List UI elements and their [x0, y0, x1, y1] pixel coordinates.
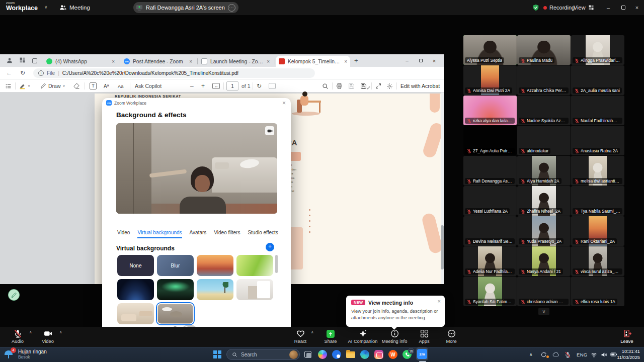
screen-options-button[interactable]: ···	[228, 4, 235, 12]
page-view-button[interactable]	[269, 79, 276, 93]
pdf-read-aloud-button[interactable]: Aa	[118, 79, 124, 93]
participant-tile[interactable]: melisa dwi asrianti 1A	[571, 156, 624, 186]
file-explorer-icon[interactable]	[345, 348, 357, 360]
browser-minimize-button[interactable]: –	[400, 54, 414, 67]
vb-thumb-shelf[interactable]	[236, 279, 273, 300]
task-view-button[interactable]	[302, 348, 314, 360]
new-tab-button[interactable]: +	[354, 57, 358, 64]
cloud-tray-icon[interactable]	[552, 347, 559, 362]
participant-tile[interactable]: Nadine Syakila Azzah...	[517, 96, 571, 125]
pdf-eraser-button[interactable]	[73, 79, 80, 93]
vb-thumb-none[interactable]: None	[117, 255, 154, 276]
participant-tile[interactable]: Alyssa Putri Septia	[463, 35, 517, 65]
fullscreen-button[interactable]	[375, 79, 381, 93]
save-button[interactable]	[348, 79, 355, 93]
participant-tile[interactable]: Tya Nabila Saumi_2A	[571, 186, 624, 216]
refresh-icon[interactable]: ↻	[20, 69, 25, 76]
zoom-out-button[interactable]: –	[190, 79, 194, 93]
participant-tile[interactable]: Yuda Prasetyo_2A	[517, 216, 571, 246]
browser-tab[interactable]: Kelompok 5_TimelineKonstitusi.p...×	[276, 56, 350, 67]
apps-button[interactable]: Apps	[410, 327, 438, 346]
video-options-chevron[interactable]: ∧	[59, 330, 62, 334]
participant-tile[interactable]: Rafi Dewangga Asri 2A	[463, 156, 517, 186]
zoom-in-button[interactable]: +	[201, 79, 205, 93]
participant-tile[interactable]: 2A_aulia meutia sani	[571, 65, 624, 95]
blue-app-icon[interactable]	[331, 348, 343, 360]
save-as-button[interactable]	[360, 79, 370, 93]
volume-icon[interactable]	[601, 347, 607, 362]
participant-tile[interactable]: Yessi Luthfiana 2A	[463, 186, 517, 216]
vb-thumb-bridge[interactable]	[197, 255, 233, 276]
vb-thumb-bedroom[interactable]	[157, 303, 194, 324]
pdf-search-button[interactable]	[322, 79, 329, 93]
participant-tile[interactable]: rizka alya dan laila nu...	[463, 96, 517, 125]
leave-button[interactable]: Leave	[612, 327, 642, 346]
taskbar-clock[interactable]: 10:31:41 11/03/2025	[617, 349, 640, 360]
tab-meeting[interactable]: Meeting	[59, 0, 90, 15]
back-icon[interactable]: ←	[6, 69, 12, 76]
sync-tray-icon[interactable]	[540, 347, 547, 362]
browser-tab[interactable]: zmPost Attendee - Zoom×	[121, 56, 195, 67]
security-shield-icon[interactable]	[532, 4, 539, 11]
react-options-chevron[interactable]: ∧	[311, 330, 314, 334]
fit-width-button[interactable]: ↔	[212, 79, 220, 93]
dialog-tab-video-filters[interactable]: Video filters	[214, 230, 240, 238]
ai-companion-button[interactable]: AI Companion	[345, 327, 380, 346]
mic-muted-tray-icon[interactable]	[565, 347, 571, 362]
profile-icon[interactable]	[6, 57, 13, 64]
view-button[interactable]: View	[574, 0, 594, 15]
wifi-icon[interactable]	[591, 347, 597, 362]
flip-camera-icon[interactable]	[265, 126, 274, 135]
pdf-toc-button[interactable]	[5, 79, 12, 93]
participant-tile[interactable]: Rani Oktariani_2A	[571, 216, 624, 246]
minimize-button[interactable]: –	[601, 0, 615, 15]
dialog-tab-virtual-backgrounds[interactable]: Virtual backgrounds	[137, 230, 182, 238]
more-participants-chevron[interactable]: ∨	[538, 308, 549, 315]
meeting-info-button[interactable]: Meeting info	[380, 327, 409, 346]
video-button[interactable]: Video	[33, 327, 62, 346]
vb-thumb-living[interactable]	[117, 303, 154, 324]
participant-tile[interactable]: Alya Hamidah 2A	[517, 156, 571, 186]
browser-tab[interactable]: Launch Meeting - Zoom×	[198, 56, 273, 67]
browser-restore-button[interactable]	[414, 54, 428, 67]
dialog-tab-video[interactable]: Video	[117, 230, 130, 238]
browser-scrollbar-thumb[interactable]	[441, 225, 444, 269]
zoom-app-taskbar-icon[interactable]: zm	[416, 348, 428, 360]
pdf-text-button[interactable]: T	[90, 79, 97, 93]
page-info-icon[interactable]: i	[38, 70, 44, 76]
more-button[interactable]: More	[437, 327, 465, 346]
audio-button[interactable]: Audio	[3, 327, 32, 346]
close-button[interactable]: ×	[630, 0, 644, 15]
participant-tile[interactable]: christiano adrian mut...	[517, 277, 571, 306]
participant-tile[interactable]: vinca nurul aziza_kelo...	[571, 246, 624, 276]
edit-with-acrobat-button[interactable]: Edit with Acrobat	[400, 79, 440, 93]
participant-tile[interactable]: Adelia Nur Fadhilah_2A	[463, 246, 517, 276]
vb-thumb-grass[interactable]	[236, 255, 273, 276]
participant-tile[interactable]: Annisa Dwi Putri 2A	[463, 65, 517, 95]
vb-thumb-beach[interactable]	[197, 279, 233, 300]
participant-tile[interactable]: Anastasia Ratna 2A	[571, 126, 624, 155]
audio-options-chevron[interactable]: ∧	[29, 330, 32, 334]
vb-thumb-earth[interactable]	[117, 279, 154, 300]
vb-thumb-blur[interactable]: Blur	[157, 255, 194, 276]
browser-close-button[interactable]: ×	[427, 54, 441, 67]
tray-chevron[interactable]: ∧	[529, 347, 533, 362]
address-bar[interactable]: i File | C:/Users/A%20c%20e%20r/Download…	[33, 68, 315, 78]
workspace-chevron-icon[interactable]: ∨	[44, 5, 48, 10]
participant-tile[interactable]: Alingga Praswidari 2A	[571, 35, 624, 65]
instagram-app-icon[interactable]	[373, 348, 385, 360]
participant-tile[interactable]: elfira rosa lubis 1A	[571, 277, 624, 306]
dialog-scrollbar-thumb[interactable]	[275, 255, 278, 273]
ask-copilot-button[interactable]: Ask Copilot	[135, 79, 162, 93]
dialog-tab-studio-effects[interactable]: Studio effects	[248, 230, 278, 238]
tab-actions-icon[interactable]	[19, 57, 26, 63]
participant-tile[interactable]: Syarifah Siti Fatimah ...	[463, 277, 517, 306]
shared-screen-pill[interactable]: Rafi Dewangga Asri 2A's screen ···	[133, 2, 238, 13]
participant-tile[interactable]: aldinodakar	[517, 126, 571, 155]
tab-close-icon[interactable]: ×	[344, 59, 347, 64]
add-background-button[interactable]: +	[266, 243, 274, 251]
pdf-settings-button[interactable]	[386, 79, 393, 93]
participant-tile[interactable]: 27_Agin Aulia Putri_2A	[463, 126, 517, 155]
edge-app-icon[interactable]	[359, 348, 371, 360]
windows-start-button[interactable]	[213, 350, 221, 358]
